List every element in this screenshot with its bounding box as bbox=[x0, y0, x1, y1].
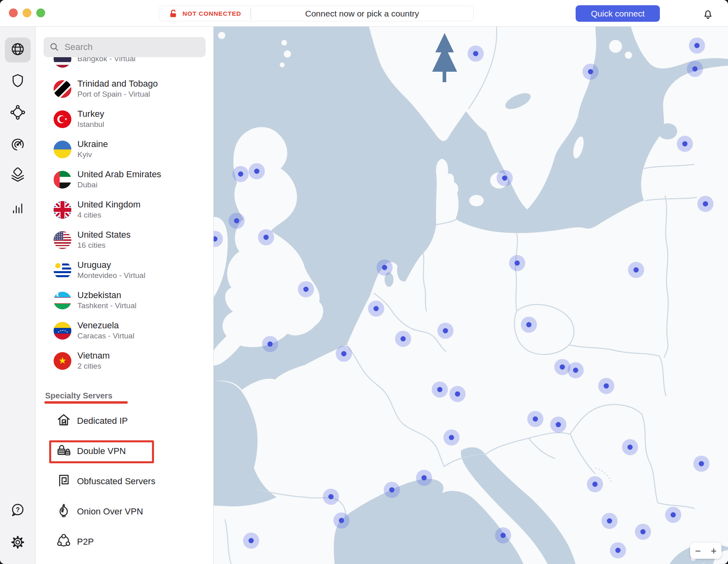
country-row-united-arab-emirates[interactable]: United Arab EmiratesDubai bbox=[35, 164, 213, 195]
rail-item-stats[interactable] bbox=[5, 198, 31, 223]
country-city: Dubai bbox=[77, 180, 161, 190]
server-marker[interactable] bbox=[601, 513, 618, 529]
server-marker[interactable] bbox=[443, 429, 460, 446]
country-row-vietnam[interactable]: Vietnam2 cities bbox=[35, 346, 213, 376]
specialty-label: P2P bbox=[77, 537, 94, 547]
rail-item-shield[interactable] bbox=[5, 69, 31, 94]
server-marker[interactable] bbox=[432, 382, 448, 398]
search-box[interactable] bbox=[44, 37, 206, 57]
server-marker[interactable] bbox=[384, 482, 400, 498]
open-lock-icon bbox=[168, 9, 178, 19]
specialty-row-dedicated-ip[interactable]: Dedicated IP bbox=[35, 406, 213, 436]
specialty-row-onion-over-vpn[interactable]: Onion Over VPN bbox=[35, 496, 213, 527]
zoom-in-button[interactable]: + bbox=[709, 546, 718, 556]
sidebar: Bangkok - VirtualTrinidad and TobagoPort… bbox=[35, 27, 214, 564]
server-marker[interactable] bbox=[497, 170, 513, 186]
country-row-turkey[interactable]: TurkeyIstanbul bbox=[35, 104, 213, 134]
country-city: 2 cities bbox=[77, 361, 110, 371]
server-marker[interactable] bbox=[323, 489, 339, 505]
server-marker[interactable] bbox=[416, 470, 432, 486]
specialty-row-obfuscated-servers[interactable]: Obfuscated Servers bbox=[35, 466, 213, 496]
trinidad-flag-icon bbox=[54, 80, 71, 98]
country-row-bangkok-virtual[interactable]: Bangkok - Virtual bbox=[35, 57, 213, 74]
server-marker[interactable] bbox=[229, 213, 245, 229]
server-marker[interactable] bbox=[610, 542, 626, 558]
server-marker[interactable] bbox=[368, 301, 384, 317]
server-marker[interactable] bbox=[495, 527, 511, 543]
country-row-uzbekistan[interactable]: UzbekistanTashkent - Virtual bbox=[35, 285, 213, 315]
rail-item-speed[interactable] bbox=[5, 133, 31, 158]
server-marker[interactable] bbox=[249, 163, 265, 179]
server-marker[interactable] bbox=[262, 336, 278, 352]
server-marker[interactable] bbox=[587, 476, 603, 492]
server-marker[interactable] bbox=[233, 166, 249, 182]
close-window-button[interactable] bbox=[9, 8, 18, 17]
zoom-out-button[interactable]: − bbox=[693, 546, 703, 556]
rail-item-help[interactable]: ? bbox=[5, 499, 31, 524]
server-marker[interactable] bbox=[437, 323, 453, 339]
specialty-label: Double VPN bbox=[77, 446, 126, 456]
country-row-ukraine[interactable]: UkraineKyiv bbox=[35, 134, 213, 164]
rail-item-meshnet[interactable] bbox=[5, 101, 31, 126]
server-marker[interactable] bbox=[677, 136, 693, 152]
connection-picker[interactable]: NOT CONNECTED Connect now or pick a coun… bbox=[159, 6, 474, 21]
server-marker[interactable] bbox=[622, 439, 638, 455]
server-marker[interactable] bbox=[298, 281, 314, 297]
server-marker[interactable] bbox=[628, 262, 644, 278]
server-marker[interactable] bbox=[697, 196, 713, 212]
country-row-venezuela[interactable]: VenezuelaCaracas - Virtual bbox=[35, 315, 213, 346]
quick-connect-button[interactable]: Quick connect bbox=[576, 5, 660, 22]
search-input[interactable] bbox=[59, 42, 206, 52]
uruguay-flag-icon bbox=[54, 261, 71, 279]
server-marker[interactable] bbox=[693, 456, 709, 472]
server-marker[interactable] bbox=[598, 378, 614, 394]
pick-country-label[interactable]: Connect now or pick a country bbox=[251, 6, 474, 21]
rail-item-settings[interactable] bbox=[5, 531, 31, 556]
country-row-uruguay[interactable]: UruguayMontevideo - Virtual bbox=[35, 255, 213, 285]
p2p-icon bbox=[55, 532, 73, 552]
rail-item-globe[interactable] bbox=[5, 37, 31, 62]
minimize-window-button[interactable] bbox=[23, 8, 31, 17]
server-marker[interactable] bbox=[258, 229, 274, 245]
server-marker[interactable] bbox=[687, 61, 703, 77]
specialty-server-list: Dedicated IPDouble VPNObfuscated Servers… bbox=[35, 406, 213, 557]
country-name: Vietnam bbox=[77, 350, 110, 361]
server-marker[interactable] bbox=[689, 37, 705, 54]
server-marker[interactable] bbox=[468, 46, 484, 62]
server-marker[interactable] bbox=[395, 331, 411, 347]
server-marker[interactable] bbox=[376, 259, 393, 276]
europe-map[interactable] bbox=[214, 27, 728, 564]
server-marker[interactable] bbox=[550, 417, 566, 433]
country-row-trinidad-and-tobago[interactable]: Trinidad and TobagoPort of Spain - Virtu… bbox=[35, 74, 213, 104]
server-marker[interactable] bbox=[582, 64, 599, 80]
server-marker[interactable] bbox=[336, 346, 352, 362]
server-marker[interactable] bbox=[521, 317, 537, 333]
specialty-label: Onion Over VPN bbox=[77, 506, 143, 517]
map-area[interactable]: − + bbox=[214, 27, 728, 564]
help-icon: ? bbox=[8, 501, 27, 521]
server-marker[interactable] bbox=[509, 255, 525, 271]
country-name: Turkey bbox=[77, 109, 104, 119]
country-city: 4 cities bbox=[77, 210, 141, 220]
country-city: Kyiv bbox=[77, 150, 108, 160]
zoom-window-button[interactable] bbox=[36, 8, 45, 17]
server-marker[interactable] bbox=[333, 512, 349, 529]
venezuela-flag-icon bbox=[54, 322, 71, 340]
notifications-bell-icon[interactable] bbox=[701, 7, 714, 20]
server-marker[interactable] bbox=[568, 362, 584, 378]
settings-icon bbox=[8, 533, 27, 553]
status-text: NOT CONNECTED bbox=[183, 10, 241, 17]
country-row-united-kingdom[interactable]: United Kingdom4 cities bbox=[35, 195, 213, 225]
server-marker[interactable] bbox=[527, 411, 543, 427]
rail-item-presets[interactable] bbox=[5, 164, 31, 189]
server-marker[interactable] bbox=[449, 386, 466, 402]
server-marker[interactable] bbox=[635, 524, 651, 540]
specialty-row-p2p[interactable]: P2P bbox=[35, 527, 213, 557]
server-marker[interactable] bbox=[665, 507, 681, 523]
connection-status: NOT CONNECTED bbox=[159, 6, 250, 21]
country-row-united-states[interactable]: United States16 cities bbox=[35, 225, 213, 255]
uzbekistan-flag-icon bbox=[54, 292, 71, 309]
server-marker[interactable] bbox=[243, 533, 259, 549]
presets-icon bbox=[8, 166, 27, 186]
specialty-row-double-vpn[interactable]: Double VPN bbox=[35, 436, 213, 466]
